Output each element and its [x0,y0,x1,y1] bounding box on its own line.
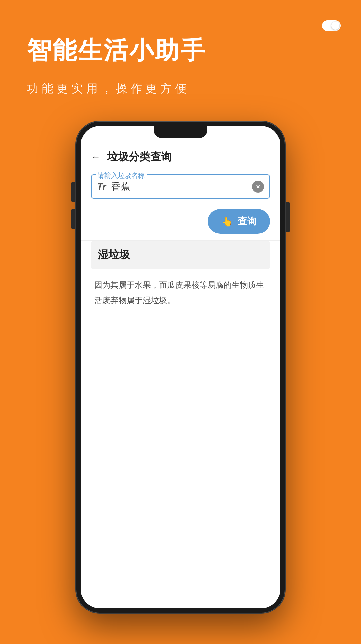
result-category-label: 湿垃圾 [98,249,130,261]
back-button[interactable]: ← [91,152,100,162]
phone-notch [154,126,207,138]
hero-title: 智能生活小助手 [27,37,206,64]
result-category-box: 湿垃圾 [91,241,270,269]
result-description-box: 因为其属于水果，而瓜皮果核等易腐的生物质生活废弃物属于湿垃圾。 [91,269,270,316]
toggle-knob [331,22,339,30]
query-hand-icon: 👆 [221,216,233,227]
query-label: 查询 [238,215,257,228]
phone-mockup: ← 垃圾分类查询 请输入垃圾名称 Tr × 👆 查询 [76,121,285,613]
phone-frame: ← 垃圾分类查询 请输入垃圾名称 Tr × 👆 查询 [76,121,285,613]
font-size-icon: Tr [97,181,107,192]
query-button[interactable]: 👆 查询 [208,209,270,234]
hero-subtitle: 功能更实用，操作更方便 [27,81,190,96]
app-content: ← 垃圾分类查询 请输入垃圾名称 Tr × 👆 查询 [81,126,280,608]
query-row: 👆 查询 [81,205,280,240]
input-container: 请输入垃圾名称 Tr × [91,174,270,199]
clear-button[interactable]: × [252,181,264,193]
search-section: 请输入垃圾名称 Tr × [81,171,280,205]
page-title: 垃圾分类查询 [107,150,172,164]
result-section: 湿垃圾 因为其属于水果，而瓜皮果核等易腐的生物质生活废弃物属于湿垃圾。 [81,241,280,316]
result-description-text: 因为其属于水果，而瓜皮果核等易腐的生物质生活废弃物属于湿垃圾。 [94,277,267,308]
floating-label: 请输入垃圾名称 [96,171,147,180]
toggle-switch[interactable] [322,20,341,31]
search-input[interactable] [111,181,248,192]
app-header: ← 垃圾分类查询 [81,143,280,171]
phone-screen: ← 垃圾分类查询 请输入垃圾名称 Tr × 👆 查询 [81,126,280,608]
